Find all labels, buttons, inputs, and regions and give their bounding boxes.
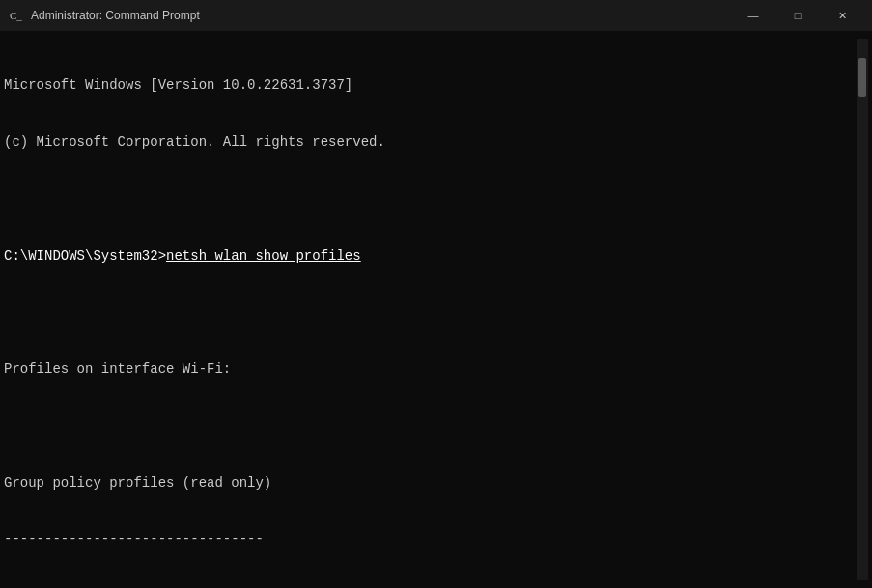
title-bar: C_ Administrator: Command Prompt — □ ✕ [0, 0, 872, 31]
window-controls: — □ ✕ [731, 0, 864, 31]
group-policy-line: Group policy profiles (read only) [4, 474, 857, 493]
svg-text:C_: C_ [10, 10, 22, 21]
minimize-button[interactable]: — [731, 0, 775, 31]
maximize-button[interactable]: □ [775, 0, 820, 31]
blank-3 [4, 417, 857, 436]
terminal-output: Microsoft Windows [Version 10.0.22631.37… [4, 39, 857, 580]
blank-1 [4, 190, 857, 210]
command-line: C:\WINDOWS\System32>netsh wlan show prof… [4, 247, 857, 266]
cmd-window: C_ Administrator: Command Prompt — □ ✕ M… [0, 0, 872, 588]
terminal-content[interactable]: Microsoft Windows [Version 10.0.22631.37… [0, 31, 872, 588]
scrollbar-thumb[interactable] [858, 58, 866, 97]
close-button[interactable]: ✕ [820, 0, 864, 31]
interface-line: Profiles on interface Wi-Fi: [4, 360, 857, 379]
scrollbar[interactable] [857, 39, 868, 580]
version-line: Microsoft Windows [Version 10.0.22631.37… [4, 76, 857, 96]
blank-2 [4, 303, 857, 322]
separator-1: -------------------------------- [4, 530, 857, 549]
copyright-line: (c) Microsoft Corporation. All rights re… [4, 133, 857, 153]
window-title: Administrator: Command Prompt [31, 9, 731, 22]
cmd-icon: C_ [8, 8, 23, 23]
